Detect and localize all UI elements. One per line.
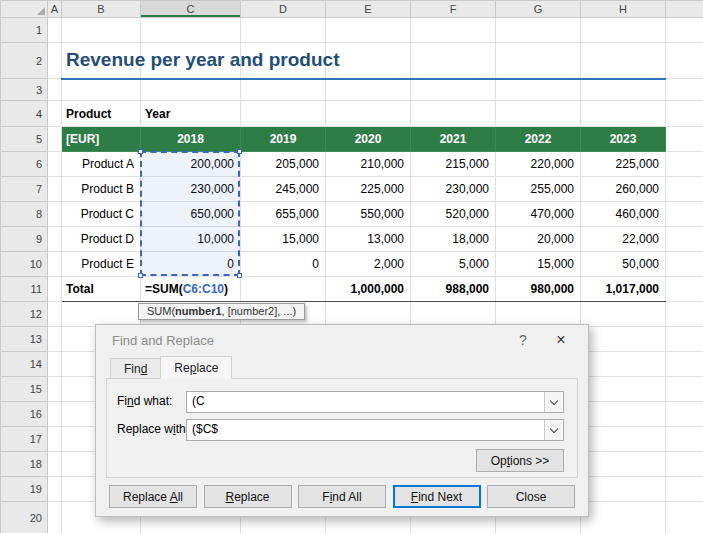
row-header[interactable]: 9 [1, 227, 48, 252]
cell[interactable] [496, 18, 581, 43]
cell[interactable] [411, 18, 496, 43]
cell[interactable]: 225,000 [581, 152, 666, 177]
cell[interactable]: 2,000 [326, 252, 411, 277]
cell[interactable] [48, 202, 62, 227]
replace-button[interactable]: Replace [204, 485, 292, 508]
cell[interactable] [48, 302, 62, 327]
cell-eur-header[interactable]: [EUR] [62, 127, 141, 152]
cell[interactable] [666, 101, 703, 127]
column-header-d[interactable]: D [241, 1, 326, 18]
cell-total[interactable]: 1,017,000 [581, 277, 666, 302]
cell[interactable] [496, 43, 581, 79]
cell[interactable] [48, 402, 62, 427]
cell[interactable]: 245,000 [241, 177, 326, 202]
cell[interactable] [581, 327, 666, 352]
find-all-button[interactable]: Find All [298, 485, 386, 508]
cell[interactable] [666, 43, 703, 79]
cell[interactable] [48, 427, 62, 452]
dialog-titlebar[interactable]: Find and Replace ? × [96, 325, 588, 355]
cell[interactable] [581, 302, 666, 327]
cell[interactable] [48, 18, 62, 43]
cell[interactable] [581, 477, 666, 502]
find-next-button[interactable]: Find Next [393, 485, 481, 508]
cell-year-2019[interactable]: 2019 [241, 127, 326, 152]
cell-year-2021[interactable]: 2021 [411, 127, 496, 152]
cell[interactable] [581, 427, 666, 452]
cell[interactable] [48, 277, 62, 302]
replace-with-combo[interactable]: ($C$ [186, 419, 564, 441]
cell-total[interactable]: 980,000 [496, 277, 581, 302]
cell-total-label[interactable]: Total [62, 277, 141, 302]
cell[interactable]: 260,000 [581, 177, 666, 202]
cell[interactable] [141, 18, 241, 43]
tab-find[interactable]: Find [110, 358, 161, 379]
cell[interactable]: 50,000 [581, 252, 666, 277]
replace-all-button[interactable]: Replace All [109, 485, 197, 508]
cell[interactable]: 20,000 [496, 227, 581, 252]
cell[interactable] [241, 277, 326, 302]
cell-product-name[interactable]: Product E [62, 252, 141, 277]
cell[interactable]: 655,000 [241, 202, 326, 227]
cell[interactable] [62, 302, 141, 327]
cell[interactable] [411, 79, 496, 101]
cell[interactable] [326, 101, 411, 127]
cell[interactable] [666, 79, 703, 101]
cell[interactable] [496, 101, 581, 127]
cell[interactable] [581, 402, 666, 427]
cell[interactable] [666, 277, 703, 302]
cell[interactable] [48, 127, 62, 152]
row-header[interactable]: 15 [1, 377, 48, 402]
cell[interactable] [666, 502, 703, 533]
row-header[interactable]: 17 [1, 427, 48, 452]
cell-product-name[interactable]: Product D [62, 227, 141, 252]
replace-with-value[interactable]: ($C$ [192, 422, 218, 436]
row-header[interactable]: 16 [1, 402, 48, 427]
cell[interactable] [666, 177, 703, 202]
cell[interactable] [326, 302, 411, 327]
cell[interactable]: 22,000 [581, 227, 666, 252]
cell[interactable] [581, 502, 666, 533]
range-handle-icon[interactable] [138, 149, 143, 154]
cell[interactable] [666, 227, 703, 252]
column-header-g[interactable]: G [496, 1, 581, 18]
cell-product-name[interactable]: Product A [62, 152, 141, 177]
cell[interactable] [48, 352, 62, 377]
cell[interactable]: 205,000 [241, 152, 326, 177]
range-handle-icon[interactable] [237, 149, 242, 154]
cell[interactable] [141, 79, 241, 101]
cell[interactable] [411, 43, 496, 79]
column-header-b[interactable]: B [62, 1, 141, 18]
cell[interactable]: 5,000 [411, 252, 496, 277]
cell[interactable] [666, 202, 703, 227]
row-header[interactable]: 18 [1, 452, 48, 477]
row-header[interactable]: 14 [1, 352, 48, 377]
cell[interactable]: 460,000 [581, 202, 666, 227]
column-header-h[interactable]: H [581, 1, 666, 18]
cell[interactable]: 15,000 [241, 227, 326, 252]
cell[interactable] [241, 101, 326, 127]
cell[interactable] [62, 79, 141, 101]
cell[interactable] [48, 502, 62, 533]
cell[interactable] [48, 252, 62, 277]
cell[interactable] [666, 252, 703, 277]
cell[interactable]: 520,000 [411, 202, 496, 227]
cell[interactable] [326, 18, 411, 43]
cell-year-label[interactable]: Year [141, 101, 241, 127]
row-header[interactable]: 13 [1, 327, 48, 352]
row-header[interactable]: 3 [1, 79, 48, 101]
cell[interactable] [666, 352, 703, 377]
cell[interactable] [581, 43, 666, 79]
row-header[interactable]: 4 [1, 101, 48, 127]
cell[interactable] [666, 302, 703, 327]
cell[interactable]: 220,000 [496, 152, 581, 177]
cell[interactable]: 255,000 [496, 177, 581, 202]
cell[interactable]: 0 [241, 252, 326, 277]
cell[interactable] [666, 18, 703, 43]
close-icon[interactable]: × [544, 331, 578, 349]
cell[interactable] [666, 377, 703, 402]
cell-product-name[interactable]: Product B [62, 177, 141, 202]
cell[interactable] [62, 18, 141, 43]
dropdown-arrow-icon[interactable] [544, 420, 563, 440]
cell-year-2018[interactable]: 2018 [141, 127, 241, 152]
cell[interactable] [326, 79, 411, 101]
